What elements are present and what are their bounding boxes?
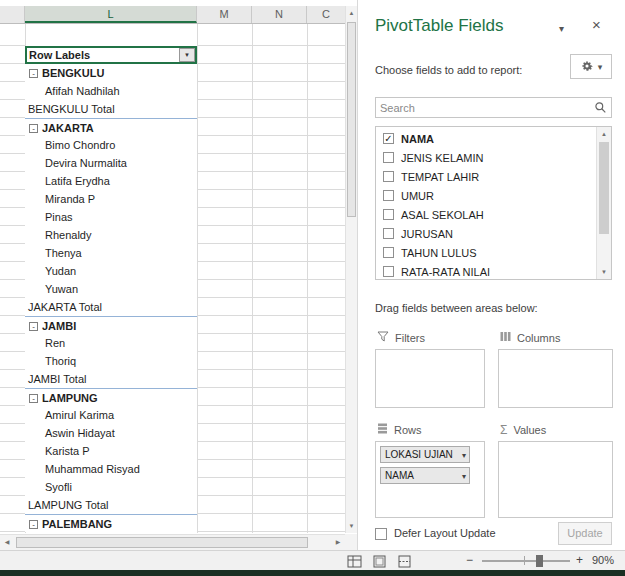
row-labels-filter-button[interactable]: ▼ xyxy=(179,48,195,62)
pivot-row-item[interactable]: Karista P xyxy=(25,442,197,460)
column-header-M[interactable]: M xyxy=(197,6,252,23)
pivot-row-item[interactable]: Muhammad Risyad xyxy=(25,460,197,478)
columns-drop-area[interactable] xyxy=(498,349,613,408)
horizontal-scrollbar[interactable]: ◀ ▶ xyxy=(0,534,345,550)
pivot-row-group[interactable]: -JAMBI xyxy=(25,316,197,334)
values-drop-area[interactable] xyxy=(498,441,613,518)
collapse-icon[interactable]: - xyxy=(29,322,38,331)
pivot-row-item[interactable]: Amirul Karima xyxy=(25,406,197,424)
page-break-preview-icon[interactable] xyxy=(395,553,413,569)
zoom-in-button[interactable]: + xyxy=(576,553,583,567)
pivot-row-label: Bimo Chondro xyxy=(45,139,115,151)
scroll-right-icon[interactable]: ▶ xyxy=(331,535,345,550)
field-item[interactable]: JENIS KELAMIN xyxy=(376,148,595,167)
pivot-row-header[interactable]: Row Labels▼ xyxy=(25,46,197,64)
field-label: ASAL SEKOLAH xyxy=(401,209,484,221)
collapse-icon[interactable]: - xyxy=(29,124,38,133)
checkbox-unchecked-icon[interactable] xyxy=(383,190,394,201)
pivot-row-group[interactable]: -LAMPUNG xyxy=(25,388,197,406)
pivot-row-item[interactable]: Pinas xyxy=(25,208,197,226)
field-item[interactable]: TEMPAT LAHIR xyxy=(376,167,595,186)
drag-fields-label: Drag fields between areas below: xyxy=(375,302,538,314)
vertical-scrollbar[interactable]: ▲ ▼ xyxy=(345,6,357,533)
checkbox-unchecked-icon[interactable] xyxy=(383,266,394,277)
pivot-row-label: Syofli xyxy=(45,481,72,493)
pivot-row-item[interactable]: Afifah Nadhilah xyxy=(25,82,197,100)
scroll-up-icon[interactable]: ▲ xyxy=(597,127,611,141)
collapse-icon[interactable]: - xyxy=(29,520,38,529)
pivot-row-total[interactable]: LAMPUNG Total xyxy=(25,496,197,514)
update-button[interactable]: Update xyxy=(558,522,612,545)
field-list-items: ✓NAMAJENIS KELAMINTEMPAT LAHIRUMURASAL S… xyxy=(376,129,595,280)
column-header-N[interactable]: N xyxy=(252,6,307,23)
collapse-icon[interactable]: - xyxy=(29,69,38,78)
pivot-row-total[interactable]: JAMBI Total xyxy=(25,370,197,388)
checkbox-unchecked-icon[interactable] xyxy=(383,247,394,258)
pane-close-icon[interactable]: × xyxy=(592,16,601,33)
scroll-down-icon[interactable]: ▼ xyxy=(597,265,611,279)
row-area-field-chip[interactable]: NAMA▾ xyxy=(380,467,470,484)
checkbox-unchecked-icon[interactable] xyxy=(383,171,394,182)
horizontal-scrollbar-thumb[interactable] xyxy=(16,537,308,548)
search-input[interactable] xyxy=(380,99,589,116)
pivot-row-item[interactable]: Devira Nurmalita xyxy=(25,154,197,172)
chevron-down-icon[interactable]: ▾ xyxy=(462,448,466,463)
pivot-row-group[interactable]: -PALEMBANG xyxy=(25,514,197,532)
pivot-row-item[interactable]: Syofli xyxy=(25,478,197,496)
scroll-down-icon[interactable]: ▼ xyxy=(346,519,357,533)
pivot-row-item[interactable]: Miranda P xyxy=(25,190,197,208)
pivot-row-item[interactable]: Latifa Erydha xyxy=(25,172,197,190)
field-item[interactable]: ✓NAMA xyxy=(376,129,595,148)
field-item[interactable]: JURUSAN xyxy=(376,224,595,243)
zoom-level[interactable]: 90% xyxy=(592,554,614,566)
pivot-row-group[interactable]: -BENGKULU xyxy=(25,64,197,82)
pane-title: PivotTable Fields xyxy=(375,16,504,36)
field-list-scrollbar[interactable]: ▲ ▼ xyxy=(596,127,611,279)
rows-drop-area[interactable]: LOKASI UJIAN▾NAMA▾ xyxy=(375,441,485,518)
checkbox-checked-icon[interactable]: ✓ xyxy=(383,133,394,144)
checkbox-unchecked-icon[interactable] xyxy=(383,152,394,163)
view-shortcuts xyxy=(345,553,413,569)
field-item[interactable]: RATA-RATA NILAI xyxy=(376,262,595,280)
zoom-slider-track[interactable] xyxy=(482,560,570,562)
search-icon[interactable] xyxy=(594,101,607,116)
field-item[interactable]: UMUR xyxy=(376,186,595,205)
field-item[interactable]: TAHUN LULUS xyxy=(376,243,595,262)
pivot-row-item[interactable]: Aswin Hidayat xyxy=(25,424,197,442)
vertical-scrollbar-thumb[interactable] xyxy=(347,22,356,217)
filters-drop-area[interactable] xyxy=(375,349,485,408)
pane-options-caret-icon[interactable]: ▾ xyxy=(559,23,564,34)
field-item[interactable]: ASAL SEKOLAH xyxy=(376,205,595,224)
pivot-row-item[interactable]: Yuwan xyxy=(25,280,197,298)
row-area-field-chip[interactable]: LOKASI UJIAN▾ xyxy=(380,446,470,463)
field-list-scrollbar-thumb[interactable] xyxy=(599,142,609,234)
pivot-row-item[interactable]: Bimo Chondro xyxy=(25,136,197,154)
checkbox-unchecked-icon[interactable] xyxy=(383,228,394,239)
pivot-row-item[interactable]: Ren xyxy=(25,334,197,352)
scroll-up-icon[interactable]: ▲ xyxy=(346,6,357,20)
tools-button[interactable]: ▾ xyxy=(570,54,612,79)
pivot-row-item[interactable]: Thenya xyxy=(25,244,197,262)
pivot-row-item[interactable]: Thoriq xyxy=(25,352,197,370)
zoom-slider-thumb[interactable] xyxy=(536,555,543,567)
pivot-row-total[interactable]: JAKARTA Total xyxy=(25,298,197,316)
defer-layout-checkbox[interactable] xyxy=(375,528,387,540)
column-header-L[interactable]: L xyxy=(25,6,197,23)
collapse-icon[interactable]: - xyxy=(29,394,38,403)
chevron-down-icon[interactable]: ▾ xyxy=(462,469,466,484)
checkbox-unchecked-icon[interactable] xyxy=(383,209,394,220)
pivot-row-group[interactable]: -JAKARTA xyxy=(25,118,197,136)
pivot-row-total[interactable]: BENGKULU Total xyxy=(25,100,197,118)
pivot-row-label: Rhenaldy xyxy=(45,229,91,241)
normal-view-icon[interactable] xyxy=(345,553,363,569)
pivot-row-item[interactable]: Rhenaldy xyxy=(25,226,197,244)
field-label: TEMPAT LAHIR xyxy=(401,171,479,183)
column-header-O[interactable]: C xyxy=(307,6,345,23)
pivot-row-item[interactable]: Yudan xyxy=(25,262,197,280)
search-box xyxy=(375,97,612,118)
page-layout-view-icon[interactable] xyxy=(370,553,388,569)
scroll-left-icon[interactable]: ◀ xyxy=(0,535,14,550)
column-header-stub[interactable] xyxy=(0,6,25,23)
rows-area-header: Rows xyxy=(377,423,422,436)
zoom-out-button[interactable]: − xyxy=(466,553,473,567)
